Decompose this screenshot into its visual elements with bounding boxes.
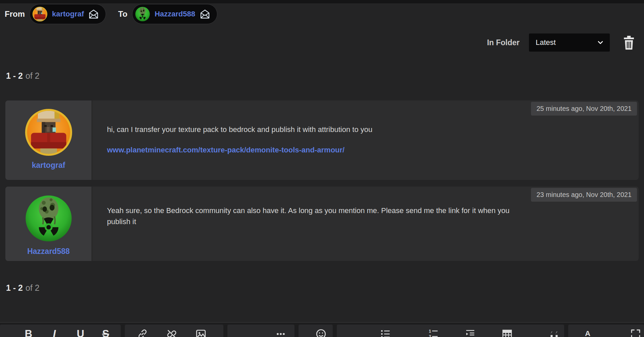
send-message-icon[interactable] (88, 9, 99, 19)
emoji-button[interactable] (314, 327, 328, 337)
from-user-name[interactable]: kartograf (52, 10, 84, 18)
chevron-down-icon (596, 39, 604, 47)
more-options-button[interactable] (274, 327, 287, 337)
quote-icon (548, 328, 560, 337)
svg-text:1: 1 (429, 329, 431, 334)
to-user-avatar[interactable] (135, 6, 150, 22)
insert-image-button[interactable] (194, 327, 208, 337)
unlink-icon (166, 328, 178, 337)
avatar[interactable] (24, 194, 73, 243)
message-text: hi, can I transfer your texture pack to … (107, 124, 372, 135)
message-header: From kartograf To Hazzard588 (5, 4, 217, 24)
in-folder-label: In Folder (487, 38, 520, 47)
author-panel: kartograf (5, 100, 92, 180)
bold-button[interactable]: B (22, 327, 35, 337)
timestamp-badge: 25 minutes ago, Nov 20th, 2021 (531, 102, 637, 116)
from-label: From (5, 9, 25, 19)
message-body: 23 minutes ago, Nov 20th, 2021 Yeah sure… (92, 187, 639, 261)
table-icon (501, 328, 513, 337)
fullscreen-icon (630, 328, 642, 337)
pagination-top: 1 - 2of 2 (6, 71, 40, 81)
ordered-list-button[interactable]: 1 2 (427, 327, 440, 337)
bullet-list-icon (379, 328, 391, 337)
pagination-bottom: 1 - 2of 2 (6, 283, 40, 293)
to-user-name[interactable]: Hazzard588 (155, 10, 195, 18)
link-button[interactable] (136, 327, 149, 337)
bullet-list-button[interactable] (379, 327, 392, 337)
avatar[interactable] (24, 108, 73, 157)
pagination-total: of 2 (25, 283, 40, 292)
svg-text:A: A (585, 329, 590, 337)
indent-icon (464, 328, 476, 337)
timestamp-badge: 23 minutes ago, Nov 20th, 2021 (531, 188, 637, 202)
pagination-total: of 2 (25, 71, 40, 80)
author-name[interactable]: Hazzard588 (27, 247, 70, 256)
folder-bar: In Folder Latest (487, 33, 636, 52)
from-user-avatar[interactable] (32, 6, 48, 22)
italic-button[interactable]: I (48, 327, 61, 337)
message-card: kartograf 25 minutes ago, Nov 20th, 2021… (5, 100, 639, 180)
delete-conversation-button[interactable] (622, 35, 636, 50)
send-message-icon[interactable] (200, 9, 210, 19)
indent-button[interactable] (464, 327, 477, 337)
text-color-icon: A (582, 328, 594, 337)
strikethrough-button[interactable]: S (99, 327, 112, 337)
to-user-pill[interactable]: Hazzard588 (132, 4, 217, 24)
quote-button[interactable] (547, 327, 561, 337)
unlink-button[interactable] (165, 327, 178, 337)
folder-select-value: Latest (536, 38, 556, 47)
trash-icon (622, 35, 636, 50)
message-text: Yeah sure, so the Bedrock community can … (107, 205, 533, 227)
underline-button[interactable]: U (74, 327, 87, 337)
more-dots-icon (275, 328, 287, 337)
top-border-strip (0, 0, 644, 3)
fullscreen-button[interactable] (629, 327, 642, 337)
folder-select[interactable]: Latest (529, 33, 610, 52)
smiley-icon (315, 328, 327, 337)
pagination-range: 1 - 2 (6, 283, 23, 292)
author-name[interactable]: kartograf (32, 161, 65, 170)
reply-editor-toolbar: B I U S (0, 322, 644, 337)
toolbar-group-lists (337, 325, 564, 337)
message-card: Hazzard588 23 minutes ago, Nov 20th, 202… (5, 187, 639, 261)
message-link[interactable]: www.planetminecraft.com/texture-pack/dem… (107, 146, 344, 154)
pagination-range: 1 - 2 (6, 71, 23, 80)
message-body: 25 minutes ago, Nov 20th, 2021 hi, can I… (92, 100, 639, 180)
link-icon (137, 328, 149, 337)
author-panel: Hazzard588 (5, 187, 92, 261)
svg-text:2: 2 (429, 334, 431, 337)
image-icon (195, 328, 207, 337)
to-label: To (118, 9, 127, 19)
insert-table-button[interactable] (500, 327, 514, 337)
ordered-list-icon: 1 2 (427, 328, 439, 337)
from-user-pill[interactable]: kartograf (30, 4, 106, 24)
text-color-button[interactable]: A (581, 327, 594, 337)
